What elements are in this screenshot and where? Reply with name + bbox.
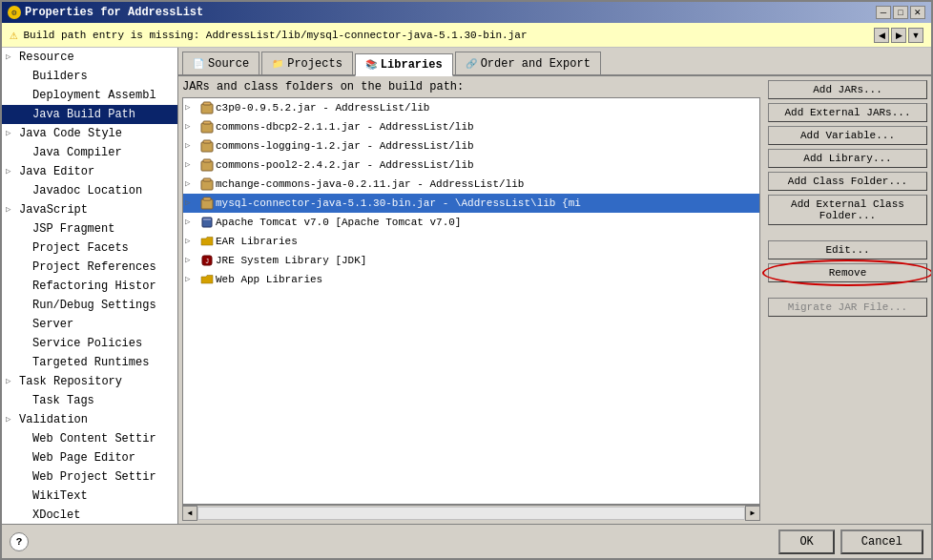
lib-item[interactable]: ▷ commons-logging-1.2.jar - AddressList/… bbox=[183, 136, 759, 156]
bottom-bar: ? OK Cancel bbox=[2, 524, 931, 558]
close-button[interactable]: ✕ bbox=[910, 6, 925, 19]
title-bar: ⚙ Properties for AddressList ─ □ ✕ bbox=[2, 2, 931, 23]
tree-expander: ▷ bbox=[6, 373, 19, 390]
lib-item[interactable]: ▷ mchange-commons-java-0.2.11.jar - Addr… bbox=[183, 175, 759, 194]
tree-item[interactable]: Project References bbox=[2, 258, 177, 277]
tree-item[interactable]: JSP Fragment bbox=[2, 219, 177, 239]
tree-item-label: Deployment Assembl bbox=[32, 87, 156, 104]
maximize-button[interactable]: □ bbox=[893, 6, 908, 19]
tree-item-label: Run/Debug Settings bbox=[32, 297, 156, 314]
tabs-bar: 📄 Source 📁 Projects 📚 Libraries 🔗 Order … bbox=[178, 48, 931, 76]
nav-back-button[interactable]: ◀ bbox=[874, 28, 889, 43]
lib-expander: ▷ bbox=[185, 99, 200, 116]
tree-item[interactable]: ▷JavaScript bbox=[2, 200, 177, 219]
tree-item[interactable]: Server bbox=[2, 315, 177, 334]
tree-item[interactable]: Java Compiler bbox=[2, 143, 177, 162]
minimize-button[interactable]: ─ bbox=[876, 6, 891, 19]
warning-bar: ⚠ Build path entry is missing: AddressLi… bbox=[2, 23, 931, 48]
lib-item[interactable]: ▷ mysql-connector-java-5.1.30-bin.jar - … bbox=[183, 194, 759, 213]
tree-item[interactable]: Refactoring Histor bbox=[2, 277, 177, 296]
tree-item[interactable]: Deployment Assembl bbox=[2, 86, 177, 105]
scroll-left-button[interactable]: ◀ bbox=[182, 506, 197, 521]
libraries-label: JARs and class folders on the build path… bbox=[182, 80, 760, 93]
tree-item[interactable]: Project Facets bbox=[2, 239, 177, 258]
tree-item[interactable]: WikiText bbox=[2, 487, 177, 506]
tree-item-label: XDoclet bbox=[32, 507, 80, 524]
svg-rect-1 bbox=[203, 102, 211, 105]
tab-libraries[interactable]: 📚 Libraries bbox=[355, 53, 453, 76]
lib-expander: ▷ bbox=[185, 156, 200, 174]
lib-item[interactable]: ▷ JJRE System Library [JDK] bbox=[183, 251, 759, 270]
lib-item[interactable]: ▷ Apache Tomcat v7.0 [Apache Tomcat v7.0… bbox=[183, 213, 759, 232]
add-external-class-folder-button[interactable]: Add External Class Folder... bbox=[768, 195, 927, 225]
tree-item-label: Web Content Settir bbox=[32, 430, 156, 447]
add-external-jars-button[interactable]: Add External JARs... bbox=[768, 103, 927, 122]
tree-item-label: JavaScript bbox=[19, 201, 88, 218]
svg-rect-9 bbox=[203, 178, 211, 181]
horizontal-scrollbar[interactable]: ◀ ▶ bbox=[182, 505, 760, 520]
window-title: Properties for AddressList bbox=[25, 6, 203, 19]
tree-item[interactable]: Targeted Runtimes bbox=[2, 353, 177, 372]
lib-tree[interactable]: ▷ c3p0-0.9.5.2.jar - AddressList/lib▷ co… bbox=[182, 97, 760, 505]
tree-expander: ▷ bbox=[6, 163, 19, 180]
tree-item[interactable]: Web Page Editor bbox=[2, 448, 177, 467]
window-icon: ⚙ bbox=[8, 6, 21, 19]
add-class-folder-button[interactable]: Add Class Folder... bbox=[768, 172, 927, 191]
lib-item-label: Apache Tomcat v7.0 [Apache Tomcat v7.0] bbox=[216, 214, 461, 231]
lib-item-label: mchange-commons-java-0.2.11.jar - Addres… bbox=[216, 176, 524, 193]
tree-item[interactable]: ▷Java Code Style bbox=[2, 124, 177, 143]
tree-item[interactable]: Builders bbox=[2, 67, 177, 86]
add-jars-button[interactable]: Add JARs... bbox=[768, 80, 927, 99]
lib-item[interactable]: ▷ EAR Libraries bbox=[183, 232, 759, 251]
tree-item[interactable]: XDoclet bbox=[2, 506, 177, 524]
cancel-button[interactable]: Cancel bbox=[840, 529, 923, 554]
tree-item[interactable]: ▷Validation bbox=[2, 410, 177, 429]
tree-item[interactable]: Javadoc Location bbox=[2, 181, 177, 200]
tree-item-label: Builders bbox=[32, 68, 88, 85]
remove-button[interactable]: Remove bbox=[768, 263, 927, 282]
tree-item-label: Server bbox=[32, 316, 73, 333]
tab-projects[interactable]: 📁 Projects bbox=[261, 52, 353, 74]
lib-item[interactable]: ▷ c3p0-0.9.5.2.jar - AddressList/lib bbox=[183, 98, 759, 117]
tree-item-label: Web Page Editor bbox=[32, 449, 135, 467]
tab-libraries-label: Libraries bbox=[381, 58, 443, 72]
tree-item-label: Javadoc Location bbox=[32, 182, 142, 199]
lib-item[interactable]: ▷ commons-dbcp2-2.1.1.jar - AddressList/… bbox=[183, 117, 759, 136]
lib-item[interactable]: ▷ Web App Libraries bbox=[183, 270, 759, 289]
tree-item[interactable]: Run/Debug Settings bbox=[2, 296, 177, 315]
add-library-button[interactable]: Add Library... bbox=[768, 149, 927, 168]
warning-text: Build path entry is missing: AddressList… bbox=[23, 30, 868, 41]
migrate-jar-button[interactable]: Migrate JAR File... bbox=[768, 298, 927, 317]
tree-item-label: Service Policies bbox=[32, 335, 142, 352]
tree-item-label: Task Tags bbox=[32, 392, 94, 409]
svg-text:J: J bbox=[205, 258, 209, 265]
tree-item[interactable]: Java Build Path bbox=[2, 105, 177, 124]
tree-item[interactable]: Web Content Settir bbox=[2, 429, 177, 448]
scroll-right-button[interactable]: ▶ bbox=[745, 506, 760, 521]
lib-item-label: c3p0-0.9.5.2.jar - AddressList/lib bbox=[216, 99, 429, 116]
tree-expander: ▷ bbox=[6, 411, 19, 428]
tree-item[interactable]: Service Policies bbox=[2, 334, 177, 353]
edit-button[interactable]: Edit... bbox=[768, 240, 927, 259]
lib-item-label: commons-logging-1.2.jar - AddressList/li… bbox=[216, 137, 474, 155]
tree-item[interactable]: ▷Task Repository bbox=[2, 372, 177, 391]
ok-cancel-buttons: OK Cancel bbox=[778, 529, 923, 554]
scroll-track[interactable] bbox=[197, 507, 745, 520]
nav-down-button[interactable]: ▼ bbox=[908, 28, 923, 43]
right-panel: 📄 Source 📁 Projects 📚 Libraries 🔗 Order … bbox=[178, 48, 931, 524]
title-controls: ─ □ ✕ bbox=[876, 6, 925, 19]
lib-item[interactable]: ▷ commons-pool2-2.4.2.jar - AddressList/… bbox=[183, 156, 759, 175]
nav-forward-button[interactable]: ▶ bbox=[891, 28, 906, 43]
tree-item[interactable]: ▷Resource bbox=[2, 48, 177, 67]
ok-button[interactable]: OK bbox=[778, 529, 834, 554]
tree-item[interactable]: ▷Java Editor bbox=[2, 162, 177, 181]
tree-item[interactable]: Web Project Settir bbox=[2, 467, 177, 487]
buttons-panel: Add JARs... Add External JARs... Add Var… bbox=[764, 76, 931, 524]
lib-expander: ▷ bbox=[185, 252, 200, 269]
tree-item[interactable]: Task Tags bbox=[2, 391, 177, 410]
add-variable-button[interactable]: Add Variable... bbox=[768, 126, 927, 145]
help-button[interactable]: ? bbox=[10, 532, 29, 551]
tab-source[interactable]: 📄 Source bbox=[182, 52, 259, 74]
tab-order-export[interactable]: 🔗 Order and Export bbox=[455, 52, 601, 74]
order-export-tab-icon: 🔗 bbox=[466, 58, 477, 70]
